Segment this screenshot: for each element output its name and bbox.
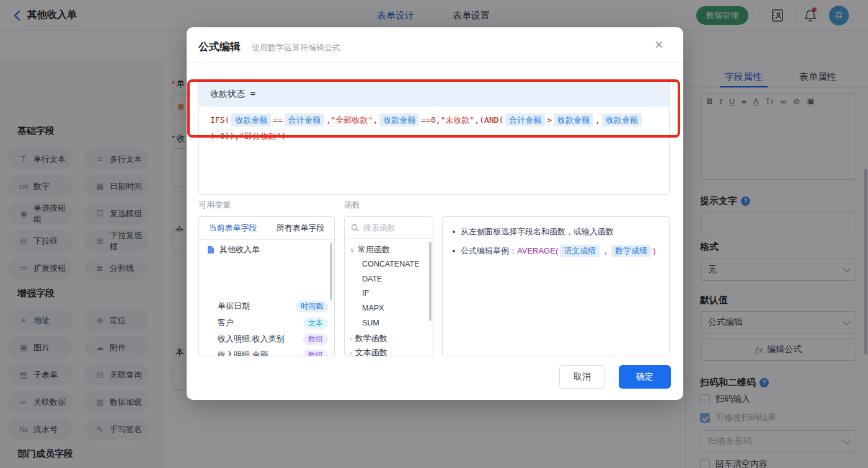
function-search[interactable] — [345, 217, 433, 239]
formula-editor-modal: 公式编辑 使用数学运算符编辑公式 × 收款状态 = IFS(收款金额==合计金额… — [187, 27, 683, 400]
type-badge: 数组 — [303, 333, 328, 345]
example-function: AVERAGE( — [517, 246, 558, 255]
variables-label: 可用变量 — [198, 200, 231, 211]
confirm-button[interactable]: 确定 — [619, 365, 671, 389]
function-item[interactable]: DATE — [362, 275, 382, 283]
function-group-text[interactable]: ›文本函数 — [350, 347, 388, 356]
type-badge: 数组 — [303, 350, 328, 357]
variable-row[interactable]: 收入明细.收入类别数组 — [218, 331, 328, 347]
field-token[interactable]: 收款金额 — [602, 113, 642, 126]
field-token: 数学成绩 — [611, 245, 651, 257]
variables-tabs: 当前表单字段 所有表单字段 — [199, 217, 334, 240]
functions-scrollbar[interactable] — [429, 242, 432, 321]
cancel-button[interactable]: 取消 — [559, 365, 605, 389]
divider — [187, 62, 683, 63]
formula-function: IFS( — [210, 115, 229, 125]
field-token[interactable]: 收款金额 — [379, 113, 419, 126]
modal-subtitle: 使用数学运算符编辑公式 — [252, 42, 340, 53]
function-group-common[interactable]: ∨常用函数 — [350, 244, 390, 255]
variables-tree-root[interactable]: 其他收入单 — [206, 244, 260, 255]
formula-target-band: 收款状态 = — [199, 81, 669, 107]
tips-panel: 从左侧面板选择字段名和函数，或输入函数 公式编辑举例：AVERAGE(语文成绩，… — [442, 216, 670, 356]
variable-row[interactable]: 客户文本 — [218, 315, 328, 331]
field-token[interactable]: 合计金额 — [285, 113, 324, 126]
function-item[interactable]: SUM — [362, 319, 379, 327]
variables-panel: 当前表单字段 所有表单字段 其他收入单 业务员成员 单据日期时间戳 客户文本 收… — [198, 216, 335, 356]
functions-panel: ∨常用函数 CONCATENATE DATE IF MAPX SUM ›数学函数… — [344, 216, 433, 356]
field-token[interactable]: 收款金额 — [231, 113, 271, 126]
document-icon — [206, 245, 215, 254]
search-icon — [351, 224, 359, 232]
chevron-open-icon: ∨ — [350, 246, 355, 254]
field-token[interactable]: 合计金额 — [505, 113, 545, 126]
function-item[interactable]: IF — [362, 289, 369, 298]
close-icon[interactable]: × — [655, 37, 663, 52]
bullet-icon — [453, 231, 455, 233]
tip-line: 从左侧面板选择字段名和函数，或输入函数 — [453, 225, 659, 239]
type-badge: 文本 — [303, 317, 328, 329]
formula-expression[interactable]: IFS(收款金额==合计金额,"全部收款",收款金额==0,"未收款",(AND… — [199, 107, 669, 194]
functions-label: 函数 — [344, 200, 360, 211]
variable-row[interactable]: 收入明细.金额数组 — [218, 347, 328, 356]
modal-title: 公式编辑 — [198, 40, 241, 54]
bullet-icon — [453, 250, 455, 252]
field-token[interactable]: 收款金额 — [554, 113, 593, 126]
type-badge: 时间戳 — [296, 301, 328, 312]
function-item[interactable]: CONCATENATE — [362, 260, 420, 268]
function-search-input[interactable] — [363, 223, 422, 232]
function-group-math[interactable]: ›数学函数 — [350, 333, 388, 344]
chevron-closed-icon: › — [350, 335, 352, 342]
function-item[interactable]: MAPX — [362, 304, 384, 312]
chevron-closed-icon: › — [350, 349, 352, 356]
field-token: 语文成绩 — [560, 245, 600, 257]
variable-row[interactable]: 单据日期时间戳 — [218, 298, 328, 314]
tab-all-form-fields[interactable]: 所有表单字段 — [267, 223, 334, 234]
formula-editor[interactable]: 收款状态 = IFS(收款金额==合计金额,"全部收款",收款金额==0,"未收… — [198, 81, 670, 195]
app-root: 其他收入单 表单设计 表单设置 数据管理 存 ∞ 表单外链 ‹/› 后端脚本 ▥… — [0, 0, 868, 468]
variables-scrollbar[interactable] — [330, 243, 332, 300]
tab-current-form-fields[interactable]: 当前表单字段 — [199, 223, 267, 234]
tip-example-line: 公式编辑举例：AVERAGE(语文成绩，数学成绩) — [453, 244, 659, 258]
